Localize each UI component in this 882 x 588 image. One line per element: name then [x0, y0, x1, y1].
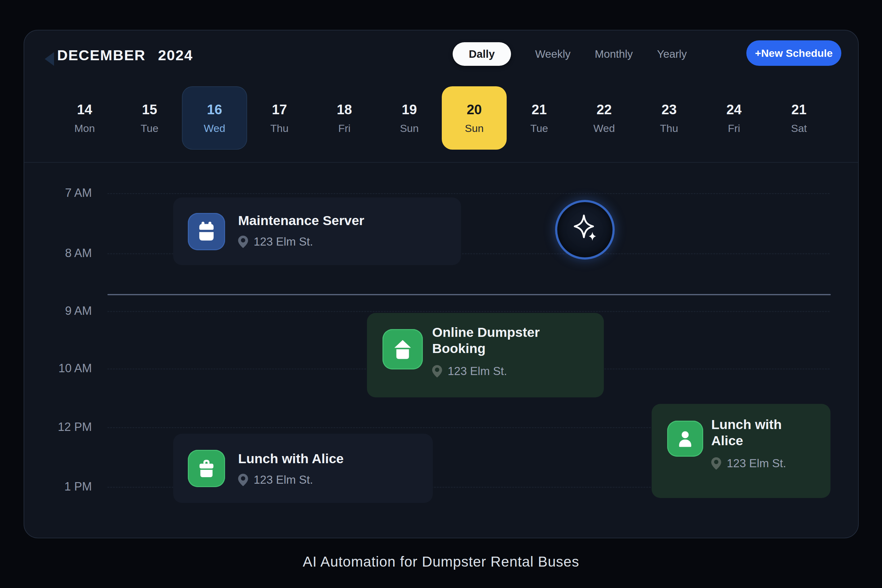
time-label: 7 AM — [65, 186, 92, 200]
header-divider — [24, 162, 858, 163]
date-weekday: Sun — [400, 122, 419, 134]
date-weekday: Sun — [465, 122, 484, 134]
date-weekday: Thu — [660, 122, 678, 134]
date-day: 24 — [726, 102, 742, 117]
tab-daily[interactable]: Dally — [453, 42, 511, 66]
new-schedule-button[interactable]: +New Schedule — [746, 40, 842, 66]
dumpster-icon — [382, 329, 423, 369]
gridline — [107, 193, 830, 194]
date-weekday: Tue — [530, 122, 548, 134]
event-title: Lunch with Alice — [238, 450, 344, 466]
calendar-icon — [188, 213, 225, 250]
sparkle-icon — [568, 212, 602, 248]
time-label: 9 AM — [65, 304, 92, 318]
back-arrow-icon[interactable] — [45, 52, 54, 66]
briefcase-icon — [188, 450, 225, 487]
date-cell-17[interactable]: 17 Thu — [247, 86, 312, 150]
tab-weekly[interactable]: Weekly — [535, 48, 571, 60]
event-card-lunch-with-alice-right[interactable]: Lunch with Alice 123 Elm St. — [652, 404, 831, 498]
event-title: Lunch with Alice — [711, 416, 798, 449]
ai-assistant-button[interactable] — [555, 200, 615, 260]
date-cell-15[interactable]: 15 Tue — [117, 86, 182, 150]
date-cell-24[interactable]: 24 Fri — [702, 86, 766, 150]
location-pin-icon — [238, 474, 248, 486]
date-weekday: Thu — [270, 122, 289, 134]
year-label: 2024 — [158, 46, 193, 64]
date-weekday: Sat — [791, 122, 807, 134]
date-cell-21[interactable]: 21 Tue — [507, 86, 572, 150]
date-cell-20-today[interactable]: 20 Sun — [442, 86, 507, 150]
time-label: 1 PM — [64, 480, 92, 493]
date-weekday: Tue — [141, 122, 158, 134]
date-weekday: Mon — [75, 122, 95, 134]
date-day: 16 — [207, 102, 222, 117]
date-weekday: Fri — [728, 122, 740, 134]
location-pin-icon — [432, 365, 442, 378]
date-day: 21 — [791, 102, 807, 117]
time-label: 8 AM — [65, 246, 92, 260]
time-label: 12 PM — [58, 420, 92, 434]
date-cell-22[interactable]: 22 Wed — [572, 86, 636, 150]
event-title: Online Dumpster Booking — [432, 324, 556, 357]
page-caption: AI Automation for Dumpster Rental Buses — [0, 553, 882, 570]
date-weekday: Wed — [204, 122, 225, 134]
date-day: 19 — [402, 102, 417, 117]
location-pin-icon — [238, 236, 248, 248]
time-label: 10 AM — [58, 362, 92, 375]
date-day: 17 — [272, 102, 287, 117]
date-strip: 14 Mon 15 Tue 16 Wed 17 Thu 18 Fri 19 Su… — [52, 86, 831, 150]
view-toggle: Dally Weekly Monthly Yearly — [453, 42, 687, 66]
tab-monthly[interactable]: Monthly — [595, 48, 633, 60]
date-day: 23 — [662, 102, 677, 117]
current-time-line — [107, 294, 831, 295]
date-day: 20 — [466, 102, 482, 117]
event-card-online-dumpster-booking[interactable]: Online Dumpster Booking 123 Elm St. — [367, 313, 604, 398]
date-day: 14 — [77, 102, 92, 117]
month-label: DECEMBER — [57, 46, 146, 64]
calendar-panel: DECEMBER 2024 Dally Weekly Monthly Yearl… — [24, 30, 859, 538]
location-pin-icon — [711, 457, 721, 470]
date-cell-19[interactable]: 19 Sun — [377, 86, 442, 150]
person-icon — [667, 421, 703, 457]
date-cell-16-selected[interactable]: 16 Wed — [182, 86, 247, 150]
date-cell-21-sat[interactable]: 21 Sat — [766, 86, 831, 150]
date-day: 22 — [596, 102, 612, 117]
page-title: DECEMBER 2024 — [57, 46, 193, 64]
event-location: 123 Elm St. — [448, 365, 507, 378]
date-cell-14[interactable]: 14 Mon — [52, 86, 117, 150]
gridline — [107, 311, 830, 312]
date-weekday: Wed — [593, 122, 615, 134]
calendar-app: DECEMBER 2024 Dally Weekly Monthly Yearl… — [0, 0, 882, 588]
date-day: 21 — [531, 102, 547, 117]
event-location: 123 Elm St. — [254, 474, 313, 486]
date-day: 15 — [142, 102, 157, 117]
event-location: 123 Elm St. — [727, 457, 786, 470]
event-title: Maintenance Server — [238, 212, 364, 228]
tab-yearly[interactable]: Yearly — [657, 48, 687, 60]
date-weekday: Fri — [338, 122, 351, 134]
date-cell-18[interactable]: 18 Fri — [312, 86, 377, 150]
event-location: 123 Elm St. — [254, 236, 313, 248]
date-cell-23[interactable]: 23 Thu — [637, 86, 702, 150]
event-card-maintenance-server[interactable]: Maintenance Server 123 Elm St. — [173, 198, 461, 265]
date-day: 18 — [337, 102, 352, 117]
event-card-lunch-with-alice-left[interactable]: Lunch with Alice 123 Elm St. — [173, 434, 433, 503]
